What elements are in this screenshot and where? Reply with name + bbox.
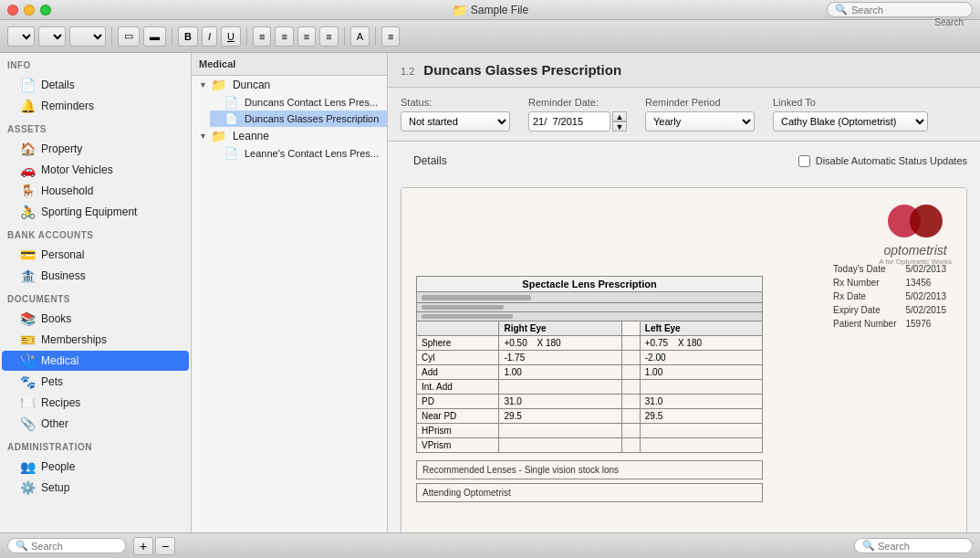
window-title: 📁 Sample File bbox=[452, 3, 528, 17]
td-label: Rx Number bbox=[829, 277, 900, 289]
table-row-eye-headers: Right Eye Left Eye bbox=[417, 321, 763, 336]
sidebar-item-sporting-equipment[interactable]: 🚴 Sporting Equipment bbox=[2, 202, 189, 222]
td-hprism-left bbox=[640, 424, 762, 438]
view-btn-2[interactable]: ▬ bbox=[143, 26, 166, 47]
prescription-heading: Spectacle Lens Prescription bbox=[417, 277, 763, 292]
sidebar-item-motor-vehicles[interactable]: 🚗 Motor Vehicles bbox=[2, 160, 189, 180]
table-row: Expiry Date 5/02/2015 bbox=[829, 304, 950, 316]
underline-button[interactable]: U bbox=[221, 26, 241, 47]
stepper-up[interactable]: ▲ bbox=[612, 111, 627, 121]
details-section-label: Details bbox=[401, 147, 460, 174]
maximize-button[interactable] bbox=[40, 5, 51, 16]
circle2 bbox=[910, 205, 943, 237]
pets-label: Pets bbox=[41, 375, 182, 388]
sidebar-item-recipes[interactable]: 🍽️ Recipes bbox=[2, 393, 189, 413]
td-pd-label: PD bbox=[417, 395, 499, 409]
tree-item-duncan-glasses[interactable]: 📄 Duncans Glasses Prescription bbox=[210, 111, 387, 127]
align-left-button[interactable]: ≡ bbox=[253, 26, 271, 47]
bottom-search-input[interactable] bbox=[31, 541, 118, 552]
bold-button[interactable]: B bbox=[178, 26, 198, 47]
expand-triangle-leanne: ▼ bbox=[199, 132, 207, 141]
bottom-search-box2: 🔍 bbox=[854, 538, 973, 553]
search-label: Search bbox=[934, 17, 964, 27]
tree-item-duncan-contact-lens[interactable]: 📄 Duncans Contact Lens Pres... bbox=[210, 94, 387, 111]
td-add-right: 1.00 bbox=[499, 365, 621, 380]
italic-button[interactable]: I bbox=[202, 26, 217, 47]
reminders-label: Reminders bbox=[41, 100, 182, 112]
reminder-period-field: Reminder Period Daily Weekly Monthly Yea… bbox=[645, 97, 755, 132]
add-button[interactable]: + bbox=[133, 537, 153, 555]
sidebar-item-people[interactable]: 👥 People bbox=[2, 457, 189, 477]
minimize-button[interactable] bbox=[24, 5, 35, 16]
separator5 bbox=[375, 27, 376, 46]
td-spacer3 bbox=[621, 351, 640, 365]
optometrist-logo: optometrist A for Optometic Works bbox=[879, 203, 952, 266]
td-empty bbox=[417, 321, 499, 336]
td-near-pd-label: Near PD bbox=[417, 409, 499, 424]
tree-item-leanne[interactable]: ▼ 📁 Leanne bbox=[192, 127, 387, 145]
table-row-blurred bbox=[417, 292, 763, 303]
align-right-button[interactable]: ≡ bbox=[297, 26, 316, 47]
right-eye-header: Right Eye bbox=[499, 321, 621, 336]
sidebar-item-reminders[interactable]: 🔔 Reminders bbox=[2, 96, 189, 116]
list-button[interactable]: ≡ bbox=[381, 26, 400, 47]
reminder-period-select[interactable]: Daily Weekly Monthly Yearly bbox=[645, 111, 755, 132]
motor-vehicles-label: Motor Vehicles bbox=[41, 163, 182, 176]
justify-button[interactable]: ≡ bbox=[319, 26, 338, 47]
toolbar-select3[interactable] bbox=[69, 26, 106, 47]
bottom-bar: 🔍 + − 🔍 bbox=[0, 532, 980, 558]
sidebar-item-books[interactable]: 📚 Books bbox=[2, 309, 189, 329]
view-btn-1[interactable]: ▭ bbox=[118, 26, 140, 47]
table-row-near-pd: Near PD 29.5 29.5 bbox=[417, 409, 763, 424]
linked-to-select[interactable]: Cathy Blake (Optometrist) bbox=[773, 111, 928, 132]
disable-auto-label: Disable Automatic Status Updates bbox=[816, 155, 967, 166]
toolbar-select2[interactable] bbox=[38, 26, 66, 47]
doc-image-area: optometrist A for Optometic Works Today'… bbox=[401, 187, 967, 532]
sidebar-item-property[interactable]: 🏠 Property bbox=[2, 139, 189, 159]
sidebar-item-household[interactable]: 🪑 Household bbox=[2, 181, 189, 201]
td-value: 5/02/2013 bbox=[902, 263, 951, 275]
reminders-icon: 🔔 bbox=[20, 99, 36, 113]
td-near-pd-right: 29.5 bbox=[499, 409, 621, 424]
folder-icon-duncan: 📁 bbox=[211, 78, 226, 92]
sidebar-item-pets[interactable]: 🐾 Pets bbox=[2, 372, 189, 392]
sidebar-item-medical[interactable]: 🩺 Medical bbox=[2, 351, 189, 371]
td-int-add-left bbox=[640, 380, 762, 395]
sidebar-item-other[interactable]: 📎 Other bbox=[2, 414, 189, 434]
title-bar: 📁 Sample File 🔍 Search bbox=[0, 0, 980, 20]
file-panel: Medical ▼ 📁 Duncan 📄 Duncans Contact Len… bbox=[192, 53, 388, 532]
expand-triangle-duncan: ▼ bbox=[199, 80, 207, 89]
td-value: 13456 bbox=[902, 277, 951, 289]
tree-item-leanne-contact-lens[interactable]: 📄 Leanne's Contact Lens Pres... bbox=[210, 145, 387, 162]
sidebar-item-personal[interactable]: 💳 Personal bbox=[2, 245, 189, 265]
top-search-input[interactable] bbox=[851, 5, 964, 16]
sidebar-item-business[interactable]: 🏦 Business bbox=[2, 266, 189, 286]
sidebar-item-setup[interactable]: ⚙️ Setup bbox=[2, 478, 189, 498]
stepper-down[interactable]: ▼ bbox=[612, 121, 627, 132]
sidebar-item-memberships[interactable]: 🎫 Memberships bbox=[2, 330, 189, 350]
bottom-search-input2[interactable] bbox=[878, 541, 964, 552]
folder-icon-leanne: 📁 bbox=[211, 129, 226, 143]
sidebar-item-details[interactable]: 📄 Details bbox=[2, 75, 189, 95]
status-select[interactable]: Not started In progress Complete bbox=[401, 111, 510, 132]
reminder-date-input[interactable] bbox=[528, 111, 610, 132]
table-row: Patient Number 15976 bbox=[829, 318, 950, 330]
disable-auto-checkbox[interactable] bbox=[798, 155, 810, 167]
separator2 bbox=[172, 27, 172, 46]
sidebar: INFO 📄 Details 🔔 Reminders ASSETS 🏠 Prop… bbox=[0, 53, 192, 532]
linked-to-field: Linked To Cathy Blake (Optometrist) bbox=[773, 97, 928, 132]
align-center-button[interactable]: ≡ bbox=[275, 26, 293, 47]
td-cyl-label: Cyl bbox=[417, 351, 499, 365]
close-button[interactable] bbox=[7, 5, 18, 16]
detail-title: Duncans Glasses Prescription bbox=[423, 62, 621, 78]
remove-button[interactable]: − bbox=[155, 537, 175, 555]
left-eye-header: Left Eye bbox=[640, 321, 762, 336]
tree-item-duncan[interactable]: ▼ 📁 Duncan bbox=[192, 76, 387, 94]
toolbar-zoom-select[interactable]: 1 bbox=[7, 26, 35, 47]
status-control: Not started In progress Complete bbox=[401, 111, 510, 132]
td-int-add-label: Int. Add bbox=[417, 380, 499, 395]
details-label: Details bbox=[41, 79, 182, 91]
format-button[interactable]: A bbox=[350, 26, 370, 47]
table-row-blurred2 bbox=[417, 303, 763, 312]
bottom-search-icon2: 🔍 bbox=[862, 540, 875, 552]
